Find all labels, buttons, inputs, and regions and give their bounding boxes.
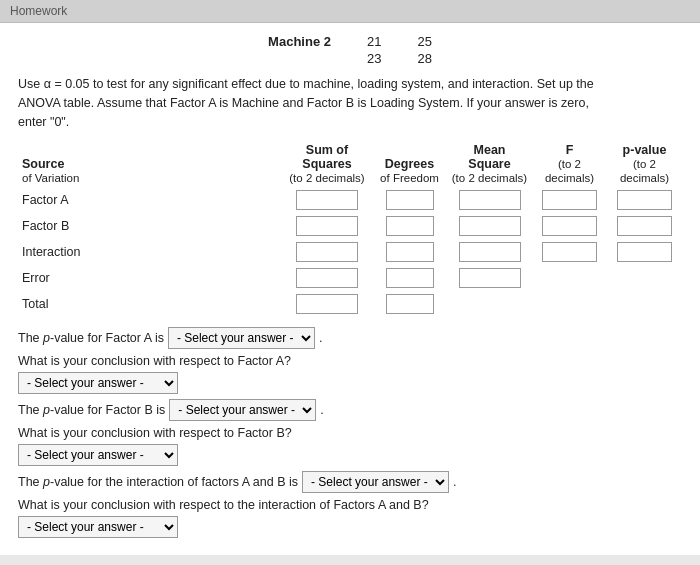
machine-val-r1c1: 21 xyxy=(349,33,399,50)
q2-text: What is your conclusion with respect to … xyxy=(18,354,682,368)
top-bar-label: Homework xyxy=(10,4,67,18)
header-df: Degrees of Freedom xyxy=(372,141,447,187)
instruction-line2: ANOVA table. Assume that Factor A is Mac… xyxy=(18,96,589,110)
f-cell-0 xyxy=(532,187,607,213)
questions-container: The p-value for Factor A is- Select your… xyxy=(18,327,682,538)
df-input-2[interactable] xyxy=(386,242,434,262)
q3-text: The p-value for Factor B is xyxy=(18,403,165,417)
q2-select[interactable]: - Select your answer -Less than .01Betwe… xyxy=(18,372,178,394)
f-cell-2 xyxy=(532,239,607,265)
df-cell-3 xyxy=(372,265,447,291)
p-input-0[interactable] xyxy=(617,190,672,210)
row-label-4: Total xyxy=(18,291,282,317)
instructions: Use α = 0.05 to test for any significant… xyxy=(18,75,682,131)
df-cell-1 xyxy=(372,213,447,239)
q4-select[interactable]: - Select your answer -Less than .01Betwe… xyxy=(18,444,178,466)
machine-section: Machine 2 21 25 23 28 xyxy=(18,33,682,67)
header-p: p-value (to 2 decimals) xyxy=(607,141,682,187)
header-source: Source of Variation xyxy=(18,141,282,187)
p-input-2[interactable] xyxy=(617,242,672,262)
instruction-line1: Use α = 0.05 to test for any significant… xyxy=(18,77,594,91)
ss-cell-1 xyxy=(282,213,372,239)
row-label-0: Factor A xyxy=(18,187,282,213)
instruction-line3: enter "0". xyxy=(18,115,69,129)
p-cell-1 xyxy=(607,213,682,239)
ms-input-1[interactable] xyxy=(459,216,521,236)
q6-select[interactable]: - Select your answer -Less than .01Betwe… xyxy=(18,516,178,538)
f-input-1[interactable] xyxy=(542,216,597,236)
q3-row: The p-value for Factor B is- Select your… xyxy=(18,399,682,421)
q5-suffix: . xyxy=(453,475,456,489)
header-ms: Mean Square (to 2 decimals) xyxy=(447,141,532,187)
q3-select[interactable]: - Select your answer -Less than .01Betwe… xyxy=(169,399,316,421)
q4-text: What is your conclusion with respect to … xyxy=(18,426,682,440)
df-cell-2 xyxy=(372,239,447,265)
main-content: Machine 2 21 25 23 28 Use α = 0.05 to te… xyxy=(0,23,700,555)
p-cell-4 xyxy=(607,291,682,317)
row-label-2: Interaction xyxy=(18,239,282,265)
df-cell-0 xyxy=(372,187,447,213)
q6-row: - Select your answer -Less than .01Betwe… xyxy=(18,516,682,538)
ms-input-2[interactable] xyxy=(459,242,521,262)
q1-select[interactable]: - Select your answer -Less than .01Betwe… xyxy=(168,327,315,349)
machine-val-r1c2: 25 xyxy=(399,33,449,50)
machine-val-r2c2: 28 xyxy=(399,50,449,67)
row-label-3: Error xyxy=(18,265,282,291)
ss-input-0[interactable] xyxy=(296,190,358,210)
q1-suffix: . xyxy=(319,331,322,345)
machine-val-r2c1: 23 xyxy=(349,50,399,67)
ss-input-3[interactable] xyxy=(296,268,358,288)
top-bar: Homework xyxy=(0,0,700,23)
ss-cell-4 xyxy=(282,291,372,317)
p-input-1[interactable] xyxy=(617,216,672,236)
ss-input-2[interactable] xyxy=(296,242,358,262)
p-cell-2 xyxy=(607,239,682,265)
ms-cell-1 xyxy=(447,213,532,239)
q5-row: The p-value for the interaction of facto… xyxy=(18,471,682,493)
ms-cell-0 xyxy=(447,187,532,213)
row-label-1: Factor B xyxy=(18,213,282,239)
f-cell-3 xyxy=(532,265,607,291)
f-cell-4 xyxy=(532,291,607,317)
ms-cell-4 xyxy=(447,291,532,317)
f-input-0[interactable] xyxy=(542,190,597,210)
f-input-2[interactable] xyxy=(542,242,597,262)
df-input-0[interactable] xyxy=(386,190,434,210)
df-cell-4 xyxy=(372,291,447,317)
q5-select[interactable]: - Select your answer -Less than .01Betwe… xyxy=(302,471,449,493)
anova-table: Source of Variation Sum of Squares (to 2… xyxy=(18,141,682,317)
f-cell-1 xyxy=(532,213,607,239)
df-input-3[interactable] xyxy=(386,268,434,288)
ms-input-3[interactable] xyxy=(459,268,521,288)
df-input-4[interactable] xyxy=(386,294,434,314)
ss-cell-2 xyxy=(282,239,372,265)
ss-input-1[interactable] xyxy=(296,216,358,236)
q4-row: - Select your answer -Less than .01Betwe… xyxy=(18,444,682,466)
q1-text: The p-value for Factor A is xyxy=(18,331,164,345)
ms-cell-3 xyxy=(447,265,532,291)
machine-label: Machine 2 xyxy=(250,33,349,50)
ms-cell-2 xyxy=(447,239,532,265)
q3-suffix: . xyxy=(320,403,323,417)
ms-input-0[interactable] xyxy=(459,190,521,210)
q2-row: - Select your answer -Less than .01Betwe… xyxy=(18,372,682,394)
p-cell-3 xyxy=(607,265,682,291)
ss-input-4[interactable] xyxy=(296,294,358,314)
q1-row: The p-value for Factor A is- Select your… xyxy=(18,327,682,349)
df-input-1[interactable] xyxy=(386,216,434,236)
ss-cell-3 xyxy=(282,265,372,291)
q5-text: The p-value for the interaction of facto… xyxy=(18,475,298,489)
ss-cell-0 xyxy=(282,187,372,213)
p-cell-0 xyxy=(607,187,682,213)
header-f: F (to 2 decimals) xyxy=(532,141,607,187)
q6-text: What is your conclusion with respect to … xyxy=(18,498,682,512)
header-ss: Sum of Squares (to 2 decimals) xyxy=(282,141,372,187)
